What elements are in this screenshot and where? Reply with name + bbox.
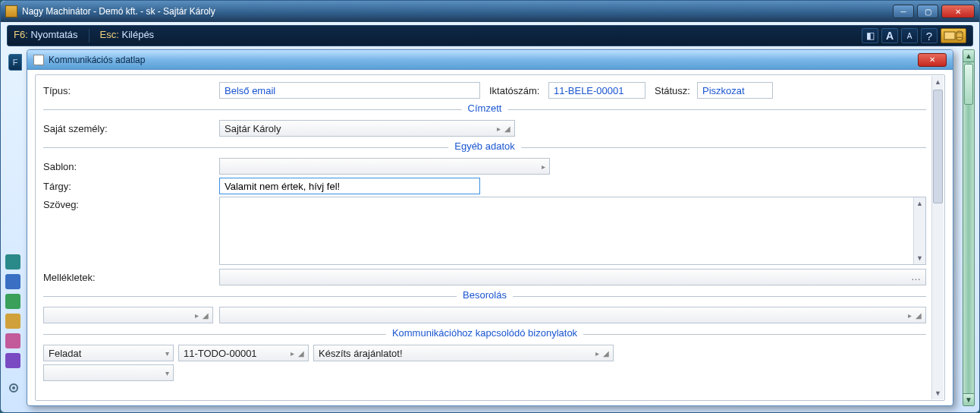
chevron-down-icon: ▾ bbox=[165, 349, 169, 358]
cimzett-separator: Címzett bbox=[43, 102, 926, 116]
besorolas-dropdown-2[interactable]: ▸ ◢ bbox=[219, 307, 926, 323]
textarea-scrollbar[interactable]: ▲ ▼ bbox=[913, 197, 925, 264]
textarea-scroll-down-icon[interactable]: ▼ bbox=[914, 252, 925, 264]
dialog-titlebar[interactable]: Kommunikációs adatlap ✕ bbox=[27, 50, 953, 70]
dialog-title-text: Kommunikációs adatlap bbox=[49, 55, 145, 65]
chevron-down-icon: ▾ bbox=[165, 369, 169, 377]
side-icon-5[interactable] bbox=[5, 333, 20, 348]
sablon-label: Sablon: bbox=[43, 161, 219, 172]
dialog-icon bbox=[33, 55, 44, 65]
scroll-down-icon[interactable]: ▼ bbox=[963, 393, 974, 405]
svg-rect-0 bbox=[944, 32, 955, 39]
chevron-down-icon: ◢ bbox=[504, 125, 510, 133]
kapcsolodo-separator: Kommunikációhoz kapcsolódó bizonylatok bbox=[43, 327, 926, 341]
related-desc-dropdown[interactable]: Készíts árajánlatot! ▸ ◢ bbox=[313, 345, 614, 361]
statusz-label: Státusz: bbox=[655, 85, 697, 96]
textarea-scroll-up-icon[interactable]: ▲ bbox=[914, 197, 925, 210]
tipus-label: Típus: bbox=[43, 85, 219, 96]
svg-point-3 bbox=[956, 37, 963, 40]
close-button[interactable]: ✕ bbox=[941, 5, 975, 18]
mellekletek-field[interactable]: … bbox=[219, 269, 926, 285]
sajat-szemely-label: Saját személy: bbox=[43, 123, 219, 134]
exit-hotkey[interactable]: Esc: Kilépés bbox=[100, 29, 155, 43]
side-icon-1[interactable] bbox=[5, 254, 20, 270]
layout-toggle-icon[interactable]: ◧ bbox=[862, 28, 878, 43]
ellipsis-icon: … bbox=[911, 271, 921, 282]
chevron-right-icon: ▸ bbox=[291, 349, 294, 358]
sajat-szemely-dropdown[interactable]: Sajtár Károly ▸ ◢ bbox=[219, 120, 515, 137]
chevron-right-icon: ▸ bbox=[195, 311, 199, 320]
gear-icon[interactable] bbox=[8, 382, 20, 394]
egyeb-adatok-separator: Egyéb adatok bbox=[43, 140, 926, 154]
window-title: Nagy Machinátor - Demó kft. - sk - Sajtá… bbox=[22, 6, 893, 17]
sablon-dropdown[interactable]: ▸ bbox=[219, 158, 550, 175]
chevron-right-icon: ▸ bbox=[908, 311, 912, 320]
side-icon-3[interactable] bbox=[5, 294, 20, 309]
related-id-dropdown[interactable]: 11-TODO-00001 ▸ ◢ bbox=[178, 345, 309, 361]
side-tab[interactable]: F bbox=[8, 54, 22, 71]
panel-scrollbar[interactable]: ▲ ▼ bbox=[931, 76, 944, 399]
szoveg-label: Szöveg: bbox=[43, 197, 219, 210]
database-icon[interactable] bbox=[941, 28, 966, 43]
related-type-dropdown-2[interactable]: ▾ bbox=[43, 364, 174, 381]
main-window: Nagy Machinátor - Demó kft. - sk - Sajtá… bbox=[0, 0, 980, 413]
chevron-down-icon: ◢ bbox=[603, 349, 609, 358]
scroll-thumb[interactable] bbox=[964, 64, 973, 105]
targy-input[interactable] bbox=[219, 178, 480, 194]
chevron-down-icon: ◢ bbox=[298, 349, 304, 358]
chevron-right-icon: ▸ bbox=[595, 349, 599, 358]
ribbon-separator bbox=[89, 29, 90, 43]
panel-scroll-down-icon[interactable]: ▼ bbox=[932, 387, 944, 399]
right-scrollbar[interactable]: ▲ ▼ bbox=[963, 49, 975, 406]
side-icon-strip bbox=[5, 254, 20, 368]
statusz-field[interactable]: Piszkozat bbox=[697, 82, 773, 99]
window-titlebar[interactable]: Nagy Machinátor - Demó kft. - sk - Sajtá… bbox=[1, 1, 979, 22]
help-icon[interactable]: ? bbox=[921, 28, 938, 43]
tipus-field[interactable]: Belső email bbox=[219, 82, 480, 99]
side-icon-2[interactable] bbox=[5, 274, 20, 289]
scroll-up-icon[interactable]: ▲ bbox=[963, 50, 974, 62]
side-icon-4[interactable] bbox=[5, 314, 20, 329]
form-panel: ▲ ▼ Típus: Belső email Iktatószám: 11-BE… bbox=[35, 74, 945, 401]
side-icon-6[interactable] bbox=[5, 353, 20, 368]
mellekletek-label: Mellékletek: bbox=[43, 272, 219, 283]
besorolas-dropdown-1[interactable]: ▸ ◢ bbox=[43, 307, 213, 323]
besorolas-separator: Besorolás bbox=[43, 289, 926, 303]
ribbon-toolbar: F6: Nyomtatás Esc: Kilépés ◧ A A ? bbox=[7, 25, 973, 46]
chevron-right-icon: ▸ bbox=[497, 125, 501, 133]
chevron-down-icon: ◢ bbox=[203, 311, 209, 320]
maximize-button[interactable]: ▢ bbox=[917, 5, 938, 18]
print-hotkey[interactable]: F6: Nyomtatás bbox=[14, 29, 78, 43]
related-type-dropdown[interactable]: Feladat ▾ bbox=[43, 345, 174, 361]
iktatoszam-label: Iktatószám: bbox=[489, 85, 548, 96]
chevron-down-icon: ◢ bbox=[916, 311, 922, 320]
svg-point-5 bbox=[12, 386, 15, 389]
communication-dialog: Kommunikációs adatlap ✕ ▲ ▼ Típus: Belső… bbox=[27, 49, 953, 406]
panel-scroll-thumb[interactable] bbox=[933, 90, 943, 203]
font-larger-icon[interactable]: A bbox=[881, 28, 898, 43]
iktatoszam-field[interactable]: 11-BELE-00001 bbox=[548, 82, 645, 99]
font-smaller-icon[interactable]: A bbox=[901, 28, 918, 43]
chevron-right-icon: ▸ bbox=[542, 162, 545, 171]
app-icon bbox=[5, 5, 17, 17]
szoveg-textarea[interactable]: ▲ ▼ bbox=[219, 197, 926, 265]
minimize-button[interactable]: ─ bbox=[893, 5, 914, 18]
targy-label: Tárgy: bbox=[43, 181, 219, 192]
panel-scroll-up-icon[interactable]: ▲ bbox=[932, 76, 944, 88]
dialog-close-button[interactable]: ✕ bbox=[918, 53, 947, 67]
